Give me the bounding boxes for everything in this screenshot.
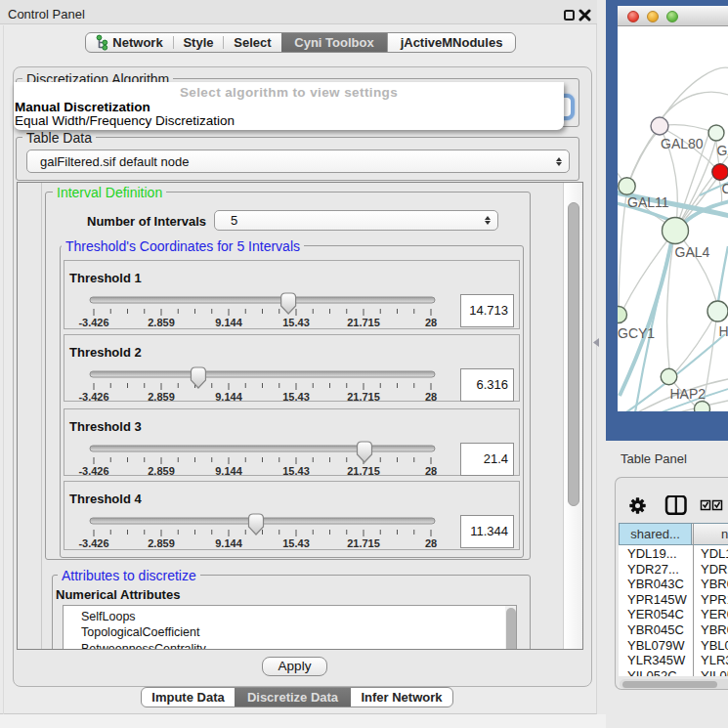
- svg-text:HAP2: HAP2: [670, 386, 707, 402]
- svg-text:-3.426: -3.426: [78, 537, 108, 549]
- svg-text:9.144: 9.144: [215, 391, 242, 403]
- svg-text:9.144: 9.144: [215, 317, 242, 328]
- svg-text:GAL80: GAL80: [661, 136, 704, 151]
- svg-text:28: 28: [425, 537, 437, 549]
- svg-text:2.859: 2.859: [148, 391, 175, 403]
- svg-text:GCY1: GCY1: [618, 325, 655, 341]
- svg-text:15.43: 15.43: [282, 465, 310, 477]
- svg-text:9.144: 9.144: [215, 465, 242, 477]
- svg-text:21.715: 21.715: [347, 317, 380, 328]
- svg-text:21.715: 21.715: [347, 391, 380, 403]
- svg-text:-3.426: -3.426: [78, 465, 108, 477]
- svg-text:15.43: 15.43: [282, 537, 310, 549]
- svg-text:-3.426: -3.426: [78, 391, 108, 403]
- svg-text:2.859: 2.859: [148, 537, 175, 549]
- svg-text:21.715: 21.715: [347, 537, 380, 549]
- svg-text:28: 28: [425, 317, 437, 328]
- svg-text:GAL4: GAL4: [675, 244, 710, 260]
- svg-text:-3.426: -3.426: [78, 317, 108, 328]
- svg-text:9.144: 9.144: [215, 537, 242, 549]
- svg-text:28: 28: [425, 391, 437, 403]
- svg-text:28: 28: [425, 465, 437, 477]
- svg-text:15.43: 15.43: [282, 391, 310, 403]
- svg-text:GAL11: GAL11: [627, 194, 669, 210]
- svg-text:2.859: 2.859: [148, 465, 175, 477]
- svg-text:15.43: 15.43: [282, 317, 310, 328]
- svg-text:2.859: 2.859: [148, 317, 175, 328]
- svg-text:GAL2: GAL2: [717, 143, 728, 158]
- svg-text:HAP1: HAP1: [719, 323, 728, 339]
- svg-text:CDC1: CDC1: [722, 181, 728, 196]
- svg-text:21.715: 21.715: [347, 465, 380, 477]
